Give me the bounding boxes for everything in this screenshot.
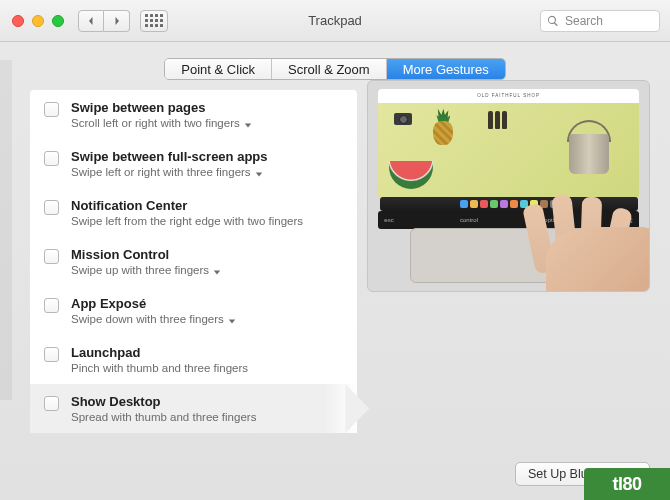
laptop-screen: OLD FAITHFUL SHOP bbox=[378, 89, 639, 198]
gesture-option-mission-control[interactable]: Mission ControlSwipe up with three finge… bbox=[30, 237, 357, 286]
bottles-illustration bbox=[488, 111, 507, 129]
option-title: Notification Center bbox=[71, 198, 303, 213]
gesture-option-swipe-between-pages[interactable]: Swipe between pagesScroll left or right … bbox=[30, 90, 357, 139]
left-edge-decoration bbox=[0, 60, 12, 400]
option-subtitle[interactable]: Swipe left or right with three fingers bbox=[71, 166, 268, 178]
bucket-illustration bbox=[565, 120, 613, 174]
gesture-option-swipe-between-full-screen-apps[interactable]: Swipe between full-screen appsSwipe left… bbox=[30, 139, 357, 188]
option-title: Swipe between pages bbox=[71, 100, 252, 115]
watermark-badge: tl80 bbox=[584, 468, 670, 500]
search-placeholder: Search bbox=[565, 14, 603, 28]
checkbox[interactable] bbox=[44, 347, 59, 362]
tab-scroll-zoom[interactable]: Scroll & Zoom bbox=[272, 59, 387, 79]
chevron-down-icon bbox=[213, 266, 221, 274]
dock-app-icon bbox=[500, 200, 508, 208]
option-subtitle[interactable]: Swipe up with three fingers bbox=[71, 264, 221, 276]
pineapple-illustration bbox=[430, 109, 456, 145]
option-subtitle[interactable]: Scroll left or right with two fingers bbox=[71, 117, 252, 129]
forward-button[interactable] bbox=[104, 10, 130, 32]
chevron-down-icon bbox=[244, 119, 252, 127]
dock-app-icon bbox=[480, 200, 488, 208]
chevron-down-icon bbox=[228, 315, 236, 323]
close-button[interactable] bbox=[12, 15, 24, 27]
chevron-down-icon bbox=[255, 168, 263, 176]
option-subtitle: Spread with thumb and three fingers bbox=[71, 411, 256, 423]
option-subtitle: Pinch with thumb and three fingers bbox=[71, 362, 248, 374]
nav-buttons bbox=[78, 10, 130, 32]
tab-bar: Point & ClickScroll & ZoomMore Gestures bbox=[0, 58, 670, 80]
touchbar-esc: esc bbox=[384, 217, 393, 223]
touchbar-control: control bbox=[460, 217, 478, 223]
checkbox[interactable] bbox=[44, 102, 59, 117]
gesture-option-launchpad[interactable]: LaunchpadPinch with thumb and three fing… bbox=[30, 335, 357, 384]
dock-app-icon bbox=[460, 200, 468, 208]
option-subtitle: Swipe left from the right edge with two … bbox=[71, 215, 303, 227]
tab-point-click[interactable]: Point & Click bbox=[165, 59, 272, 79]
tab-more-gestures[interactable]: More Gestures bbox=[387, 59, 505, 79]
dock-app-icon bbox=[490, 200, 498, 208]
option-title: Swipe between full-screen apps bbox=[71, 149, 268, 164]
window-controls bbox=[12, 15, 64, 27]
option-title: Launchpad bbox=[71, 345, 248, 360]
gestures-list: Swipe between pagesScroll left or right … bbox=[20, 80, 347, 440]
option-title: Mission Control bbox=[71, 247, 221, 262]
checkbox[interactable] bbox=[44, 151, 59, 166]
gesture-option-app-expos-[interactable]: App ExposéSwipe down with three fingers bbox=[30, 286, 357, 335]
search-field[interactable]: Search bbox=[540, 10, 660, 32]
show-all-button[interactable] bbox=[140, 10, 168, 32]
gesture-option-show-desktop[interactable]: Show DesktopSpread with thumb and three … bbox=[30, 384, 357, 433]
gesture-preview: OLD FAITHFUL SHOP esc control option ⌘ bbox=[367, 80, 650, 440]
checkbox[interactable] bbox=[44, 249, 59, 264]
watermelon-illustration bbox=[389, 161, 433, 189]
camera-illustration bbox=[394, 113, 412, 125]
grid-icon bbox=[145, 14, 163, 27]
option-subtitle[interactable]: Swipe down with three fingers bbox=[71, 313, 236, 325]
option-title: Show Desktop bbox=[71, 394, 256, 409]
trackpad-prefs-window: Trackpad Search Point & ClickScroll & Zo… bbox=[0, 0, 670, 500]
gesture-option-notification-center[interactable]: Notification CenterSwipe left from the r… bbox=[30, 188, 357, 237]
checkbox[interactable] bbox=[44, 396, 59, 411]
zoom-button[interactable] bbox=[52, 15, 64, 27]
dock-app-icon bbox=[470, 200, 478, 208]
search-icon bbox=[547, 15, 559, 27]
hand-illustration bbox=[517, 192, 650, 292]
laptop-illustration: OLD FAITHFUL SHOP esc control option ⌘ bbox=[367, 80, 650, 292]
checkbox[interactable] bbox=[44, 298, 59, 313]
minimize-button[interactable] bbox=[32, 15, 44, 27]
titlebar: Trackpad Search bbox=[0, 0, 670, 42]
back-button[interactable] bbox=[78, 10, 104, 32]
window-title: Trackpad bbox=[308, 13, 362, 28]
checkbox[interactable] bbox=[44, 200, 59, 215]
option-title: App Exposé bbox=[71, 296, 236, 311]
preview-desktop bbox=[378, 103, 639, 198]
preview-site-header: OLD FAITHFUL SHOP bbox=[378, 89, 639, 103]
content-area: Swipe between pagesScroll left or right … bbox=[20, 80, 650, 440]
